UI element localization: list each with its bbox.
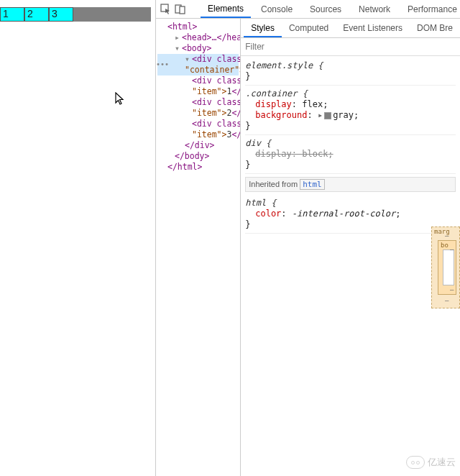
styles-filter-row [241,38,460,56]
box-model-border-label: bo [441,242,448,249]
styles-filter-input[interactable] [245,42,456,52]
subtab-styles[interactable]: Styles [244,19,282,37]
svg-rect-2 [180,6,185,14]
dom-node: </html> [157,162,239,173]
flex-container[interactable]: 1 2 3 [0,7,151,22]
dom-node: ▾<body> [157,43,239,54]
css-declaration[interactable]: color: -internal-root-color; [245,209,456,219]
rendered-page-viewport: 1 2 3 [0,7,151,22]
inherited-divider: Inherited from html [245,177,456,192]
rule-close: } [245,71,456,82]
dom-node: <html> [157,22,239,32]
rule-selector[interactable]: div { [245,138,456,149]
watermark: 亿速云 [406,456,456,469]
rule-selector[interactable]: html { [245,198,456,209]
dom-node: </body> [157,151,239,162]
tab-performance[interactable]: Performance [400,1,460,17]
styles-subtabs: Styles Computed Event Listeners DOM Bre [241,19,460,38]
subtab-computed[interactable]: Computed [282,19,336,37]
rule-close: } [245,160,456,170]
devtools-toolbar: Elements Console Sources Network Perform… [156,0,460,19]
css-declaration[interactable]: display: flex; [245,99,456,110]
dom-node: </div> [157,140,239,151]
dom-node: "item">3</div> [157,129,239,140]
css-rule: html { color: -internal-root-color; } [245,195,456,234]
flex-item[interactable]: 3 [49,7,73,22]
styles-pane: Styles Computed Event Listeners DOM Bre … [241,19,460,476]
dom-node-selected: "container"> == $0 [157,65,239,75]
rule-close: } [245,121,456,132]
rule-close: } [245,219,456,230]
flex-item[interactable]: 1 [0,7,24,22]
css-declaration[interactable]: background: ▸gray; [245,110,456,121]
rule-selector[interactable]: element.style { [245,60,456,71]
watermark-icon [406,456,425,469]
more-actions-icon[interactable]: ••• [156,59,169,70]
devtools-panel: Elements Console Sources Network Perform… [155,0,460,476]
flex-item[interactable]: 2 [24,7,49,22]
css-declaration-overridden[interactable]: display: block; [245,149,456,160]
rule-selector[interactable]: .container { [245,88,456,99]
dom-node: "item">2</div> [157,108,239,119]
dom-node: "item">1</div> [157,86,239,97]
css-rule: element.style { } [245,58,456,86]
inherited-from-link[interactable]: html [300,179,325,190]
dom-node: <div class= [157,119,239,129]
devtools-content: ••• <html> ▸<head>…</head> ▾<body> ▾<div… [156,19,460,476]
subtab-dom-breakpoints[interactable]: DOM Bre [410,19,460,37]
dom-node-selected: ▾<div class= [157,54,239,65]
css-rules-list[interactable]: element.style { } .container { display: … [241,56,460,235]
dom-tree-pane[interactable]: ••• <html> ▸<head>…</head> ▾<body> ▾<div… [156,19,241,476]
dom-node: ▸<head>…</head> [157,32,239,43]
dom-node: <div class= [157,97,239,108]
color-swatch-icon[interactable] [324,112,331,119]
watermark-text: 亿速云 [428,456,456,469]
device-toolbar-icon[interactable] [175,1,186,17]
tab-console[interactable]: Console [254,1,300,17]
box-model-diagram[interactable]: marg – bo – – – [431,226,460,308]
dom-node: <div class= [157,75,239,86]
css-rule: .container { display: flex; background: … [245,86,456,135]
tab-sources[interactable]: Sources [303,1,349,17]
css-rule: div { display: block; } [245,135,456,174]
mouse-cursor-icon [115,92,126,110]
subtab-event-listeners[interactable]: Event Listeners [336,19,410,37]
tab-elements[interactable]: Elements [201,1,251,18]
inspect-element-icon[interactable] [160,1,172,17]
tab-network[interactable]: Network [351,1,397,17]
